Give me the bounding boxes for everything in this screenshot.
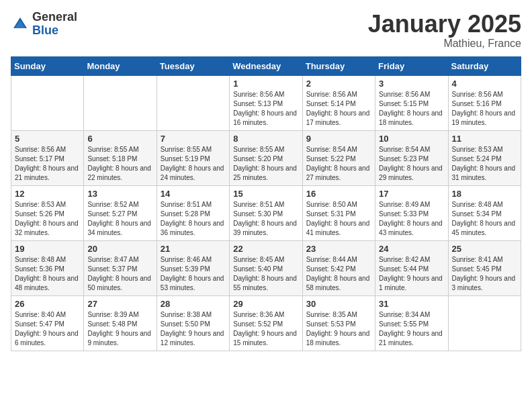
- sunrise-text: Sunrise: 8:42 AM: [379, 256, 430, 263]
- sunrise-text: Sunrise: 8:56 AM: [379, 91, 430, 98]
- sunrise-text: Sunrise: 8:54 AM: [306, 146, 357, 153]
- sunset-text: Sunset: 5:22 PM: [306, 155, 356, 163]
- day-number: 31: [379, 299, 444, 309]
- day-info: Sunrise: 8:40 AM Sunset: 5:47 PM Dayligh…: [15, 310, 80, 348]
- day-number: 2: [306, 79, 371, 89]
- daylight-text: Daylight: 8 hours and 17 minutes.: [306, 109, 370, 126]
- calendar-title: January 2025: [368, 11, 521, 38]
- day-info: Sunrise: 8:56 AM Sunset: 5:15 PM Dayligh…: [379, 90, 444, 128]
- day-info: Sunrise: 8:48 AM Sunset: 5:34 PM Dayligh…: [452, 200, 517, 238]
- header-friday: Friday: [375, 56, 448, 75]
- sunrise-text: Sunrise: 8:56 AM: [306, 91, 357, 98]
- day-info: Sunrise: 8:44 AM Sunset: 5:42 PM Dayligh…: [306, 255, 371, 293]
- daylight-text: Daylight: 8 hours and 29 minutes.: [379, 165, 443, 181]
- daylight-text: Daylight: 8 hours and 45 minutes.: [452, 220, 516, 236]
- daylight-text: Daylight: 9 hours and 6 minutes.: [15, 330, 79, 347]
- sunrise-text: Sunrise: 8:54 AM: [379, 146, 430, 153]
- sunrise-text: Sunrise: 8:40 AM: [15, 311, 66, 318]
- day-info: Sunrise: 8:55 AM Sunset: 5:18 PM Dayligh…: [87, 145, 152, 183]
- sunset-text: Sunset: 5:44 PM: [379, 265, 429, 273]
- sunset-text: Sunset: 5:23 PM: [379, 155, 429, 163]
- day-number: 18: [452, 189, 517, 199]
- sunset-text: Sunset: 5:47 PM: [15, 320, 64, 328]
- table-row: 18 Sunrise: 8:48 AM Sunset: 5:34 PM Dayl…: [448, 185, 521, 240]
- header-monday: Monday: [84, 56, 157, 75]
- daylight-text: Daylight: 8 hours and 43 minutes.: [379, 220, 443, 236]
- table-row: 30 Sunrise: 8:35 AM Sunset: 5:53 PM Dayl…: [302, 295, 375, 351]
- week-row-5: 26 Sunrise: 8:40 AM Sunset: 5:47 PM Dayl…: [11, 295, 521, 351]
- week-row-1: 1 Sunrise: 8:56 AM Sunset: 5:13 PM Dayli…: [11, 75, 521, 130]
- day-info: Sunrise: 8:53 AM Sunset: 5:24 PM Dayligh…: [452, 145, 517, 183]
- daylight-text: Daylight: 8 hours and 55 minutes.: [233, 275, 297, 291]
- table-row: 1 Sunrise: 8:56 AM Sunset: 5:13 PM Dayli…: [230, 75, 302, 130]
- sunset-text: Sunset: 5:45 PM: [452, 265, 502, 273]
- day-number: 29: [233, 299, 298, 309]
- sunset-text: Sunset: 5:48 PM: [87, 320, 137, 328]
- table-row: [157, 75, 229, 130]
- sunrise-text: Sunrise: 8:53 AM: [15, 201, 66, 208]
- day-number: 11: [452, 134, 517, 144]
- table-row: 7 Sunrise: 8:55 AM Sunset: 5:19 PM Dayli…: [157, 130, 229, 185]
- sunset-text: Sunset: 5:15 PM: [379, 100, 429, 107]
- table-row: 27 Sunrise: 8:39 AM Sunset: 5:48 PM Dayl…: [84, 295, 157, 351]
- sunrise-text: Sunrise: 8:50 AM: [306, 201, 357, 208]
- day-number: 5: [15, 134, 80, 144]
- table-row: 2 Sunrise: 8:56 AM Sunset: 5:14 PM Dayli…: [302, 75, 375, 130]
- day-info: Sunrise: 8:45 AM Sunset: 5:40 PM Dayligh…: [233, 255, 298, 293]
- day-info: Sunrise: 8:56 AM Sunset: 5:16 PM Dayligh…: [452, 90, 517, 128]
- day-number: 20: [87, 244, 152, 254]
- week-row-3: 12 Sunrise: 8:53 AM Sunset: 5:26 PM Dayl…: [11, 185, 521, 240]
- day-info: Sunrise: 8:36 AM Sunset: 5:52 PM Dayligh…: [233, 310, 298, 348]
- daylight-text: Daylight: 8 hours and 22 minutes.: [87, 165, 151, 181]
- table-row: [11, 75, 84, 130]
- daylight-text: Daylight: 8 hours and 48 minutes.: [15, 275, 79, 291]
- header-saturday: Saturday: [448, 56, 521, 75]
- table-row: 19 Sunrise: 8:48 AM Sunset: 5:36 PM Dayl…: [11, 240, 84, 295]
- daylight-text: Daylight: 8 hours and 41 minutes.: [306, 220, 370, 236]
- sunset-text: Sunset: 5:24 PM: [452, 155, 502, 163]
- daylight-text: Daylight: 9 hours and 18 minutes.: [306, 330, 370, 347]
- calendar-location: Mathieu, France: [368, 38, 521, 50]
- sunrise-text: Sunrise: 8:39 AM: [87, 311, 138, 318]
- table-row: 25 Sunrise: 8:41 AM Sunset: 5:45 PM Dayl…: [448, 240, 521, 295]
- daylight-text: Daylight: 8 hours and 16 minutes.: [233, 109, 297, 126]
- sunrise-text: Sunrise: 8:51 AM: [161, 201, 212, 208]
- calendar-table: Sunday Monday Tuesday Wednesday Thursday…: [11, 56, 521, 351]
- day-info: Sunrise: 8:56 AM Sunset: 5:17 PM Dayligh…: [15, 145, 80, 183]
- daylight-text: Daylight: 8 hours and 31 minutes.: [452, 165, 516, 181]
- day-info: Sunrise: 8:41 AM Sunset: 5:45 PM Dayligh…: [452, 255, 517, 293]
- table-row: 15 Sunrise: 8:51 AM Sunset: 5:30 PM Dayl…: [230, 185, 302, 240]
- table-row: 29 Sunrise: 8:36 AM Sunset: 5:52 PM Dayl…: [230, 295, 302, 351]
- sunset-text: Sunset: 5:30 PM: [233, 210, 283, 218]
- table-row: 24 Sunrise: 8:42 AM Sunset: 5:44 PM Dayl…: [375, 240, 448, 295]
- table-row: 3 Sunrise: 8:56 AM Sunset: 5:15 PM Dayli…: [375, 75, 448, 130]
- day-number: 7: [161, 134, 226, 144]
- daylight-text: Daylight: 8 hours and 36 minutes.: [161, 220, 224, 236]
- table-row: [448, 295, 521, 351]
- daylight-text: Daylight: 8 hours and 27 minutes.: [306, 165, 370, 181]
- sunrise-text: Sunrise: 8:56 AM: [233, 91, 284, 98]
- day-number: 24: [379, 244, 444, 254]
- daylight-text: Daylight: 8 hours and 58 minutes.: [306, 275, 370, 291]
- sunset-text: Sunset: 5:26 PM: [15, 210, 64, 218]
- logo-blue-text: Blue: [32, 24, 77, 38]
- sunset-text: Sunset: 5:20 PM: [233, 155, 283, 163]
- daylight-text: Daylight: 8 hours and 53 minutes.: [161, 275, 224, 291]
- sunrise-text: Sunrise: 8:36 AM: [233, 311, 284, 318]
- sunset-text: Sunset: 5:37 PM: [87, 265, 137, 273]
- table-row: 26 Sunrise: 8:40 AM Sunset: 5:47 PM Dayl…: [11, 295, 84, 351]
- daylight-text: Daylight: 8 hours and 21 minutes.: [15, 165, 79, 181]
- table-row: 23 Sunrise: 8:44 AM Sunset: 5:42 PM Dayl…: [302, 240, 375, 295]
- logo: General Blue: [11, 11, 77, 38]
- day-number: 30: [306, 299, 371, 309]
- sunset-text: Sunset: 5:52 PM: [233, 320, 283, 328]
- sunset-text: Sunset: 5:42 PM: [306, 265, 356, 273]
- daylight-text: Daylight: 9 hours and 12 minutes.: [161, 330, 224, 347]
- daylight-text: Daylight: 9 hours and 15 minutes.: [233, 330, 297, 347]
- sunset-text: Sunset: 5:53 PM: [306, 320, 356, 328]
- day-info: Sunrise: 8:35 AM Sunset: 5:53 PM Dayligh…: [306, 310, 371, 348]
- logo-general-text: General: [32, 11, 77, 24]
- day-number: 12: [15, 189, 80, 199]
- day-number: 22: [233, 244, 298, 254]
- sunset-text: Sunset: 5:17 PM: [15, 155, 64, 163]
